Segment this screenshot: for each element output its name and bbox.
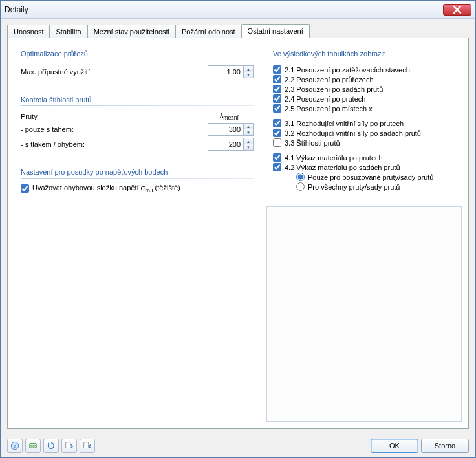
tab-panel: Optimalizace průřezů Max. přípustné využ…	[7, 38, 469, 429]
svg-text:0.00: 0.00	[30, 444, 36, 448]
consider-bending-stress-checkbox[interactable]	[21, 184, 29, 193]
cancel-button[interactable]: Storno	[421, 439, 469, 453]
chk-33-label: 3.3 Štíhlosti prutů	[285, 139, 340, 147]
compression-bending-label: - s tlakem / ohybem:	[21, 140, 208, 148]
chk-22-label: 2.2 Posouzení po průřezech	[285, 76, 374, 83]
units-icon: 0.00	[28, 441, 38, 450]
group-stress-settings: Nastavení pro posudky po napěťových bode…	[14, 163, 260, 201]
help-icon: i	[10, 441, 19, 450]
dialog-window: Detaily Únosnost Stabilita Mezní stav po…	[0, 0, 476, 458]
help-button[interactable]: i	[7, 439, 23, 453]
right-column: Ve výsledkových tabulkách zobrazit 2.1 P…	[266, 45, 462, 422]
spin-up[interactable]: ▲	[244, 66, 253, 72]
tabstrip: Únosnost Stabilita Mezní stav použitelno…	[7, 24, 469, 38]
slenderness-col1: Pruty	[21, 113, 205, 120]
chk-32[interactable]	[273, 129, 281, 137]
save-default-button[interactable]	[80, 439, 95, 453]
group-slenderness-title: Kontrola štíhlosti prutů	[21, 96, 254, 106]
close-icon	[453, 5, 462, 14]
chk-42-label: 4.2 Výkaz materiálu po sadách prutů	[285, 164, 400, 171]
max-utilization-spinner[interactable]: ▲ ▼	[208, 65, 254, 78]
spin-down[interactable]: ▼	[244, 129, 253, 135]
chk-23-label: 2.3 Posouzení po sadách prutů	[285, 85, 383, 93]
chk-24[interactable]	[273, 94, 281, 103]
titlebar: Detaily	[1, 1, 475, 19]
chk-31-label: 3.1 Rozhodující vnitřní síly po prutech	[285, 120, 404, 127]
close-button[interactable]	[443, 4, 471, 16]
chk-32-label: 3.2 Rozhodující vnitřní síly po sadách p…	[285, 129, 421, 137]
group-optimization-title: Optimalizace průřezů	[21, 50, 254, 60]
load-default-button[interactable]	[61, 439, 77, 453]
group-result-tables-title: Ve výsledkových tabulkách zobrazit	[273, 50, 455, 60]
chk-25[interactable]	[273, 104, 281, 113]
chk-24-label: 2.4 Posouzení po prutech	[285, 95, 365, 103]
consider-bending-stress-label: Uvažovat ohybovou složku napětí σm,i (tě…	[32, 184, 180, 193]
spin-up[interactable]: ▲	[244, 138, 253, 144]
chk-21-label: 2.1 Posouzení po zatěžovacích stavech	[285, 66, 410, 74]
max-utilization-input[interactable]	[208, 66, 243, 78]
reset-icon	[47, 441, 56, 450]
radio-only-designed[interactable]	[296, 173, 305, 181]
chk-42[interactable]	[273, 163, 281, 171]
window-title: Detaily	[5, 5, 443, 14]
spin-down[interactable]: ▼	[244, 144, 253, 150]
group-result-tables: Ve výsledkových tabulkách zobrazit 2.1 P…	[266, 45, 462, 199]
radio-only-designed-label: Pouze pro posuzované pruty/sady prutů	[308, 173, 433, 181]
tension-only-input[interactable]	[208, 124, 243, 135]
load-default-icon	[65, 441, 74, 450]
radio-all-members[interactable]	[296, 182, 305, 191]
svg-rect-5	[84, 442, 89, 448]
dialog-body: Únosnost Stabilita Mezní stav použitelno…	[1, 19, 475, 433]
compression-bending-spinner[interactable]: ▲ ▼	[208, 138, 254, 151]
ok-button[interactable]: OK	[371, 439, 418, 453]
left-column: Optimalizace průřezů Max. přípustné využ…	[14, 45, 260, 422]
footer: i 0.00 OK Storno	[1, 433, 475, 457]
preview-area	[266, 206, 462, 422]
compression-bending-input[interactable]	[208, 138, 243, 150]
chk-21[interactable]	[273, 65, 281, 74]
max-utilization-label: Max. přípustné využití:	[21, 68, 208, 76]
spin-up[interactable]: ▲	[244, 124, 253, 129]
spin-down[interactable]: ▼	[244, 72, 253, 78]
group-optimization: Optimalizace průřezů Max. přípustné využ…	[14, 45, 260, 87]
chk-41[interactable]	[273, 153, 281, 162]
chk-33[interactable]	[273, 138, 281, 147]
tension-only-spinner[interactable]: ▲ ▼	[208, 123, 254, 136]
reset-button[interactable]	[43, 439, 59, 453]
tab-stability[interactable]: Stabilita	[49, 25, 87, 38]
group-slenderness: Kontrola štíhlosti prutů Pruty λmezní - …	[14, 91, 260, 159]
chk-31[interactable]	[273, 119, 281, 127]
group-stress-title: Nastavení pro posudky po napěťových bode…	[21, 168, 254, 179]
svg-rect-4	[66, 442, 70, 448]
units-button[interactable]: 0.00	[25, 439, 41, 453]
chk-23[interactable]	[273, 85, 281, 93]
tab-fire[interactable]: Požární odolnost	[175, 25, 242, 38]
chk-22[interactable]	[273, 75, 281, 83]
chk-41-label: 4.1 Výkaz materiálu po prutech	[285, 154, 383, 162]
slenderness-col2: λmezní	[205, 111, 254, 121]
tab-serviceability[interactable]: Mezní stav použitelnosti	[87, 25, 176, 38]
save-default-icon	[83, 441, 92, 450]
tab-other-settings[interactable]: Ostatní nastavení	[241, 24, 310, 38]
tension-only-label: - pouze s tahem:	[21, 125, 208, 133]
chk-25-label: 2.5 Posouzení po místech x	[285, 105, 373, 113]
svg-text:i: i	[14, 443, 16, 449]
radio-all-members-label: Pro všechny pruty/sady prutů	[308, 183, 400, 191]
tab-capacity[interactable]: Únosnost	[7, 25, 50, 38]
